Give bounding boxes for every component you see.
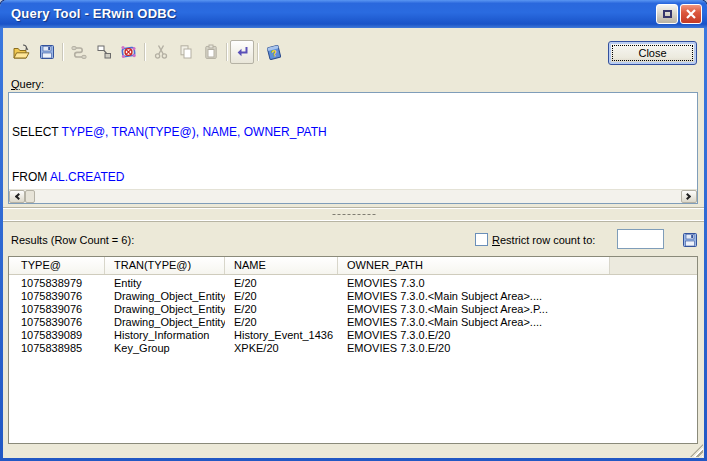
cut-button [148,40,173,64]
cell-type: 1075839076 [9,303,105,316]
close-button[interactable]: Close [608,41,697,65]
close-icon [686,9,696,19]
maximize-icon [663,10,672,18]
cell-name: E/20 [225,316,338,329]
toolbar-separator [226,43,227,61]
restrict-row-count-input[interactable] [617,229,664,249]
results-table: TYPE@ TRAN(TYPE@) NAME OWNER_PATH 107583… [8,256,698,444]
close-window-button[interactable] [680,4,702,24]
cell-name: E/20 [225,303,338,316]
cell-owner-path: EMOVIES 7.3.0.<Main Subject Area>.... [338,290,610,303]
toolbar-separator [62,43,63,61]
restrict-row-count-checkbox[interactable] [475,233,488,246]
cell-type: 1075839089 [9,329,105,342]
table-header: TYPE@ TRAN(TYPE@) NAME OWNER_PATH [9,257,697,275]
column-header-name[interactable]: NAME [225,257,338,274]
sql-text[interactable]: SELECT TYPE@, TRAN(TYPE@), NAME, OWNER_P… [9,93,697,189]
toolbar: ? [9,39,286,65]
table-row[interactable]: 1075839076 Drawing_Object_Entity E/20 EM… [9,303,697,316]
scroll-left-button[interactable] [9,190,25,203]
execute-query-button[interactable] [230,40,254,64]
titlebar[interactable]: Query Tool - ERwin ODBC [0,0,707,28]
sql-line-2: FROM AL.CREATED [12,170,694,185]
paste-button [198,40,223,64]
save-results-button[interactable] [681,231,699,249]
chain-link-button [66,40,91,64]
cell-tran-type: Entity [105,277,225,290]
scrollbar-track[interactable] [35,190,681,203]
toolbar-separator [144,43,145,61]
splitter-handle[interactable] [3,208,704,221]
blocked-connection-icon [120,44,137,60]
cell-owner-path: EMOVIES 7.3.0.E/20 [338,342,610,355]
window-buttons [656,4,702,24]
toolbar-separator [257,43,258,61]
chevron-right-icon [684,193,691,200]
linked-boxes-icon [96,44,112,60]
cell-name: History_Event_1436 [225,329,338,342]
floppy-disk-icon [39,44,55,60]
cell-type: 1075838985 [9,342,105,355]
table-row[interactable]: 1075838985 Key_Group XPKE/20 EMOVIES 7.3… [9,342,697,355]
cell-owner-path: EMOVIES 7.3.0.<Main Subject Area>.... [338,316,610,329]
column-header-owner-path[interactable]: OWNER_PATH [338,257,610,274]
scrollbar-thumb[interactable] [25,190,35,203]
cell-name: XPKE/20 [225,342,338,355]
cell-name: E/20 [225,290,338,303]
column-header-type[interactable]: TYPE@ [9,257,105,274]
window-title: Query Tool - ERwin ODBC [11,6,176,21]
chain-link-icon [71,44,87,60]
cell-tran-type: Drawing_Object_Entity [105,316,225,329]
open-query-button[interactable] [9,40,34,64]
blocked-connection-button[interactable] [116,40,141,64]
cell-type: 1075839076 [9,290,105,303]
column-header-tran-type[interactable]: TRAN(TYPE@) [105,257,225,274]
results-count-label: Results (Row Count = 6): [11,234,134,246]
maximize-button[interactable] [656,4,678,24]
copy-button [173,40,198,64]
cell-type: 1075839076 [9,316,105,329]
resize-grip[interactable] [690,444,703,457]
cell-tran-type: Drawing_Object_Entity [105,303,225,316]
column-header-filler [610,257,697,274]
floppy-disk-icon [682,232,698,248]
save-query-button[interactable] [34,40,59,64]
cell-owner-path: EMOVIES 7.3.0.E/20 [338,329,610,342]
query-horizontal-scrollbar[interactable] [9,189,697,203]
open-folder-icon [13,44,31,60]
cell-type: 1075838979 [9,277,105,290]
copy-icon [178,44,194,60]
splitter-dots-icon [331,213,377,216]
cell-owner-path: EMOVIES 7.3.0.<Main Subject Area>.P... [338,303,610,316]
cell-tran-type: Key_Group [105,342,225,355]
scroll-right-button[interactable] [681,190,697,203]
table-row[interactable]: 1075839089 History_Information History_E… [9,329,697,342]
chevron-left-icon [15,193,22,200]
table-body: 1075838979 Entity E/20 EMOVIES 7.3.0 107… [9,275,697,355]
sql-line-1: SELECT TYPE@, TRAN(TYPE@), NAME, OWNER_P… [12,125,694,140]
table-row[interactable]: 1075839076 Drawing_Object_Entity E/20 EM… [9,290,697,303]
help-button[interactable]: ? [261,40,286,64]
table-row[interactable]: 1075839076 Drawing_Object_Entity E/20 EM… [9,316,697,329]
restrict-row-count-label: Restrict row count to: [492,234,595,246]
cell-tran-type: Drawing_Object_Entity [105,290,225,303]
scissors-icon [153,44,169,60]
query-editor[interactable]: SELECT TYPE@, TRAN(TYPE@), NAME, OWNER_P… [8,92,698,204]
table-row[interactable]: 1075838979 Entity E/20 EMOVIES 7.3.0 [9,277,697,290]
cell-tran-type: History_Information [105,329,225,342]
cell-name: E/20 [225,277,338,290]
help-book-icon: ? [265,44,283,61]
client-area: ? Close Query: SELECT TYPE@, TRAN(TYPE@)… [3,28,704,458]
linked-boxes-button[interactable] [91,40,116,64]
cell-owner-path: EMOVIES 7.3.0 [338,277,610,290]
paste-icon [203,44,219,60]
execute-return-arrow-icon [234,44,250,60]
query-tool-window: Query Tool - ERwin ODBC [0,0,707,461]
query-label: Query: [11,78,44,90]
